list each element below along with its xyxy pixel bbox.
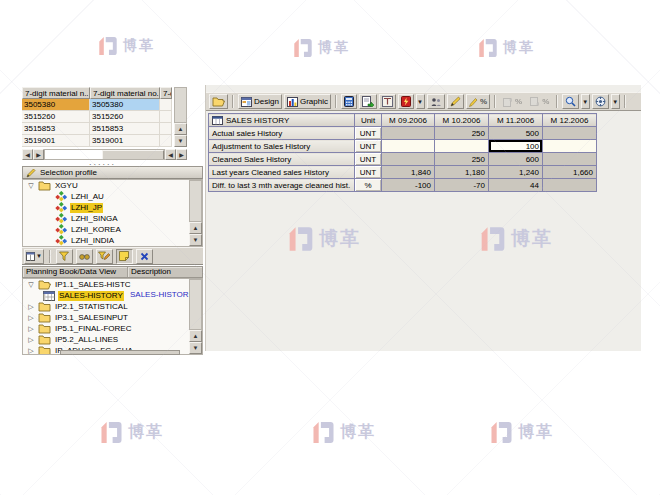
grid-cell[interactable]: 250: [435, 127, 489, 140]
tree-item[interactable]: SALES-HISTORYSALES-HISTOR: [23, 290, 202, 301]
tree-item-root[interactable]: ▽XGYU: [23, 180, 202, 191]
planning-vertical-scrollbar[interactable]: ▲ ▼: [189, 279, 202, 354]
grid-cell[interactable]: 1,660: [543, 166, 597, 179]
sort-box-icon[interactable]: [379, 94, 396, 109]
tree-item[interactable]: LZHI_JP: [23, 202, 202, 213]
tree-item[interactable]: ▷IP2.1_STATISTICAL: [23, 301, 202, 312]
material-cell[interactable]: 3515853: [22, 123, 90, 135]
month-column-header[interactable]: M 11.2006: [489, 114, 543, 127]
material-cell[interactable]: 3505380: [90, 99, 160, 111]
material-cell[interactable]: 3515853: [90, 123, 160, 135]
material-column-header[interactable]: 7-digit material n..: [22, 87, 90, 99]
grid-row-label[interactable]: Cleaned Sales History: [209, 153, 355, 166]
settings-menu-caret[interactable]: ▼: [611, 94, 620, 109]
grid-cell[interactable]: [382, 127, 435, 140]
selection-vertical-scrollbar[interactable]: ▲ ▼: [189, 180, 202, 246]
grid-cell[interactable]: 44: [489, 179, 543, 192]
description-column-header[interactable]: Description: [128, 267, 202, 277]
grid-cell[interactable]: 600: [489, 153, 543, 166]
open-folder-icon[interactable]: [209, 94, 228, 109]
pencil-icon[interactable]: [447, 94, 464, 109]
grid-cell[interactable]: 250: [435, 153, 489, 166]
calculator-icon[interactable]: [341, 94, 357, 109]
grid-cell[interactable]: 500: [489, 127, 543, 140]
grid-cell[interactable]: 1,180: [435, 166, 489, 179]
material-row[interactable]: 35152603515260: [22, 111, 172, 123]
left-arrow-icon[interactable]: ◀: [22, 149, 33, 160]
grid-cell[interactable]: -70: [435, 179, 489, 192]
month-column-header[interactable]: M 10.2006: [435, 114, 489, 127]
filter-icon[interactable]: [56, 249, 73, 264]
export-icon[interactable]: [359, 94, 377, 109]
material-cell[interactable]: 3505380: [22, 99, 90, 111]
down-arrow-icon[interactable]: ▼: [174, 135, 187, 147]
material-cell[interactable]: [160, 123, 172, 135]
expander-closed-icon[interactable]: ▷: [27, 303, 35, 311]
scrollbar-track[interactable]: [189, 279, 202, 330]
left-arrow-icon[interactable]: ◀: [165, 149, 176, 160]
right-arrow-icon[interactable]: ▶: [33, 149, 44, 160]
close-x-icon[interactable]: [136, 249, 153, 264]
grid-cell[interactable]: [435, 140, 489, 153]
filter-edit-icon[interactable]: [96, 249, 113, 264]
down-arrow-icon[interactable]: ▼: [189, 342, 202, 354]
tree-item[interactable]: ▷IP3.1_SALESINPUT: [23, 312, 202, 323]
people-icon[interactable]: [427, 94, 445, 109]
up-arrow-icon[interactable]: ▲: [174, 123, 187, 135]
material-cell[interactable]: 3519001: [22, 135, 90, 147]
grid-cell[interactable]: 100: [489, 140, 543, 153]
grid-cell[interactable]: -100: [382, 179, 435, 192]
tree-item-root[interactable]: ▽IP1.1_SALES-HISTC: [23, 279, 202, 290]
expander-closed-icon[interactable]: ▷: [27, 347, 35, 355]
grid-title-cell[interactable]: SALES HISTORY: [209, 114, 355, 127]
planning-horizontal-scrollbar[interactable]: [60, 350, 180, 355]
up-arrow-icon[interactable]: ▲: [189, 330, 202, 342]
material-cell[interactable]: 3515260: [22, 111, 90, 123]
expander-closed-icon[interactable]: ▷: [27, 336, 35, 344]
grid-row-label[interactable]: Adjustment to Sales History: [209, 140, 355, 153]
month-column-header[interactable]: M 12.2006: [543, 114, 597, 127]
settings-icon[interactable]: [592, 94, 609, 109]
material-cell[interactable]: 3519001: [90, 135, 160, 147]
planning-column-header[interactable]: Planning Book/Data View: [23, 267, 128, 277]
panel-splitter-handle[interactable]: ......: [55, 158, 150, 166]
note-icon[interactable]: [116, 249, 133, 264]
zoom-icon[interactable]: [562, 94, 579, 109]
material-column-header[interactable]: 7-c: [160, 87, 172, 99]
expander-closed-icon[interactable]: ▷: [27, 325, 35, 333]
grid-row-label[interactable]: Diff. to last 3 mth average cleaned hist…: [209, 179, 355, 192]
tree-item[interactable]: ▷IP5.2_ALL-LINES: [23, 334, 202, 345]
material-cell[interactable]: 3515260: [90, 111, 160, 123]
flash-menu-caret[interactable]: ▼: [416, 94, 425, 109]
grid-row-label[interactable]: Actual sales History: [209, 127, 355, 140]
pencil-percent-icon[interactable]: %: [466, 94, 490, 109]
grid-cell[interactable]: [543, 127, 597, 140]
up-arrow-icon[interactable]: ▲: [189, 222, 202, 234]
grid-cell[interactable]: 1,840: [382, 166, 435, 179]
grid-cell[interactable]: [543, 179, 597, 192]
scrollbar-track[interactable]: [174, 87, 187, 123]
grid-cell[interactable]: [382, 153, 435, 166]
tree-item[interactable]: ▷IP5.1_FINAL-FOREC: [23, 323, 202, 334]
grid-cell[interactable]: [543, 153, 597, 166]
material-row[interactable]: 35158533515853: [22, 123, 172, 135]
graphic-button[interactable]: Graphic: [284, 94, 331, 109]
zoom-menu-caret[interactable]: ▼: [581, 94, 590, 109]
expander-open-icon[interactable]: ▽: [27, 182, 35, 190]
unit-column-header[interactable]: Unit: [355, 114, 382, 127]
grid-cell[interactable]: [543, 140, 597, 153]
grid-dropdown-icon[interactable]: ▼: [24, 249, 44, 264]
tree-item[interactable]: LZHI_INDIA: [23, 235, 202, 246]
grid-row-label[interactable]: Last years Cleaned sales History: [209, 166, 355, 179]
material-cell[interactable]: [160, 111, 172, 123]
scrollbar-track[interactable]: [189, 180, 202, 222]
material-column-header[interactable]: 7-digit material no.: [90, 87, 160, 99]
binoculars-icon[interactable]: [76, 249, 93, 264]
material-row[interactable]: 35190013519001: [22, 135, 172, 147]
material-vertical-scrollbar[interactable]: ▲ ▼: [174, 87, 187, 147]
tree-item[interactable]: LZHI_SINGA: [23, 213, 202, 224]
material-row[interactable]: 35053803505380: [22, 99, 172, 111]
grid-cell[interactable]: [382, 140, 435, 153]
right-arrow-icon[interactable]: ▶: [176, 149, 187, 160]
flash-icon[interactable]: [398, 94, 414, 109]
